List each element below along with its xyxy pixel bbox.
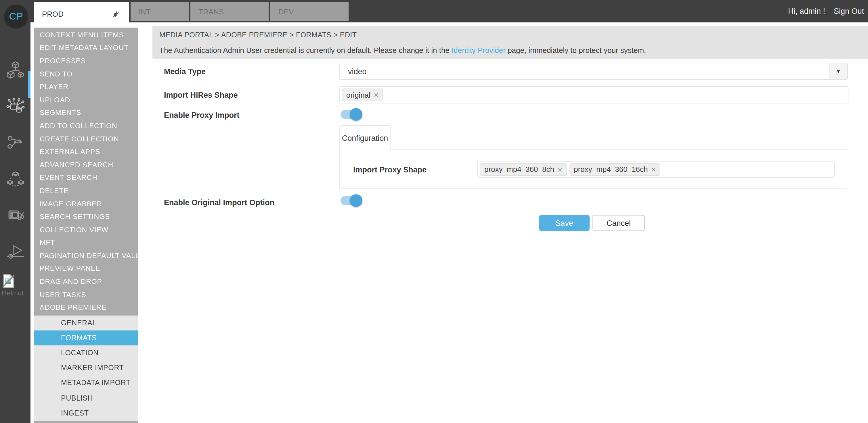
helmut-label: Helmut — [2, 289, 29, 297]
tab-dev[interactable]: DEV — [270, 2, 348, 21]
sidebar-item[interactable]: MFT — [34, 236, 138, 249]
breadcrumb: MEDIA PORTAL > ADOBE PREMIERE > FORMATS … — [159, 31, 356, 39]
import-proxy-shape-field[interactable]: proxy_mp4_360_8ch × proxy_mp4_360_16ch × — [477, 161, 835, 177]
remove-tag-icon[interactable]: × — [558, 165, 562, 174]
sidebar-item[interactable]: EDIT METADATA LAYOUT — [34, 41, 138, 54]
sidebar-item[interactable]: CREATE COLLECTION — [34, 132, 138, 145]
configuration-panel: Import Proxy Shape proxy_mp4_360_8ch × p… — [339, 150, 847, 189]
tab-int[interactable]: INT — [131, 2, 189, 21]
sidebar-item[interactable]: COLLECTION VIEW — [34, 223, 138, 236]
sidebar-item[interactable]: EXTERNAL APPS — [34, 145, 138, 158]
clip-editor-icon[interactable] — [5, 205, 25, 225]
remove-tag-icon[interactable]: × — [374, 90, 378, 99]
sign-out-link[interactable]: Sign Out — [834, 7, 864, 15]
sidebar-next-item-partial — [34, 421, 138, 423]
helmut-app-icon[interactable]: Helmut — [2, 273, 29, 297]
page-interaction-icon[interactable] — [5, 97, 25, 116]
dropdown-arrow-icon[interactable]: ▼ — [829, 63, 847, 79]
sidebar-item[interactable]: SEND TO — [34, 68, 138, 80]
tab-dev-label: DEV — [278, 7, 293, 16]
sidebar-subitem[interactable]: GENERAL — [34, 315, 138, 330]
sidebar-item[interactable]: DELETE — [34, 184, 138, 197]
config-portal-app: PROD INT TRANS DEV Hi, admin ! — [0, 0, 868, 423]
workflow-icon[interactable] — [5, 133, 25, 152]
sidebar-sub-items: GENERAL FORMATS LOCATION MARKER IMPORT M… — [34, 315, 138, 421]
collections-icon[interactable] — [5, 169, 25, 189]
sidebar-item[interactable]: ADOBE PREMIERE — [34, 301, 138, 314]
identity-provider-link[interactable]: Identity Provider — [452, 46, 506, 55]
sidebar-item[interactable]: ADD TO COLLECTION — [34, 119, 138, 132]
media-type-value: video — [340, 67, 829, 75]
sidebar-subitem[interactable]: INGEST — [34, 405, 138, 420]
player-icon[interactable] — [5, 241, 25, 261]
sidebar-item[interactable]: USER TASKS — [34, 288, 138, 301]
sidebar-item[interactable]: IMAGE GRABBER — [34, 197, 138, 210]
save-button[interactable]: Save — [539, 215, 590, 231]
tab-trans-label: TRANS — [198, 7, 224, 16]
sidebar-item[interactable]: PAGINATION DEFAULT VALUE — [34, 249, 138, 262]
import-hires-shape-label: Import HiRes Shape — [164, 91, 238, 99]
tab-trans[interactable]: TRANS — [190, 2, 269, 21]
active-rail-indicator — [28, 71, 30, 98]
tab-configuration[interactable]: Configuration — [339, 125, 391, 150]
remove-tag-icon[interactable]: × — [651, 165, 656, 174]
page-banner: MEDIA PORTAL > ADOBE PREMIERE > FORMATS … — [152, 26, 868, 59]
sidebar-subitem[interactable]: PUBLISH — [34, 391, 138, 405]
enable-original-import-option-label: Enable Original Import Option — [164, 198, 274, 207]
tag-chip: original × — [342, 89, 383, 101]
sidebar-item[interactable]: ADVANCED SEARCH — [34, 158, 138, 171]
import-hires-shape-field[interactable]: original × — [339, 86, 848, 103]
plug-icon — [111, 9, 121, 19]
icon-rail: Helmut — [0, 23, 30, 423]
sidebar: CONTEXT MENU ITEMS EDIT METADATA LAYOUT … — [34, 27, 138, 423]
app-logo-text: CP — [9, 11, 23, 23]
enable-proxy-import-label: Enable Proxy Import — [164, 111, 240, 120]
sidebar-item[interactable]: PLAYER — [34, 80, 138, 93]
enable-original-import-option-toggle[interactable] — [341, 194, 362, 207]
user-greeting: Hi, admin ! — [788, 7, 825, 15]
sidebar-item[interactable]: CONTEXT MENU ITEMS — [34, 28, 138, 41]
cubes-network-icon[interactable] — [5, 60, 25, 80]
media-type-label: Media Type — [164, 67, 206, 76]
sidebar-subitem[interactable]: FORMATS — [34, 330, 138, 346]
media-type-select[interactable]: video ▼ — [339, 63, 848, 80]
tab-prod[interactable]: PROD — [34, 2, 129, 26]
top-bar: PROD INT TRANS DEV Hi, admin ! — [0, 0, 868, 23]
tab-int-label: INT — [138, 7, 151, 16]
sidebar-item[interactable]: DRAG AND DROP — [34, 275, 138, 288]
enable-proxy-import-toggle[interactable] — [341, 108, 362, 121]
sidebar-subitem[interactable]: LOCATION — [34, 346, 138, 360]
sidebar-item[interactable]: PREVIEW PANEL — [34, 262, 138, 275]
sidebar-item[interactable]: UPLOAD — [34, 93, 138, 106]
sidebar-item[interactable]: SEARCH SETTINGS — [34, 210, 138, 223]
sidebar-item[interactable]: EVENT SEARCH — [34, 171, 138, 184]
auth-warning-notice: The Authentication Admin User credential… — [159, 46, 646, 55]
app-logo: CP — [4, 5, 28, 29]
sidebar-subitem[interactable]: METADATA IMPORT — [34, 376, 138, 391]
tag-chip: proxy_mp4_360_8ch × — [480, 163, 567, 175]
tab-prod-label: PROD — [42, 10, 64, 19]
import-proxy-shape-label: Import Proxy Shape — [353, 165, 427, 174]
sidebar-subitem[interactable]: MARKER IMPORT — [34, 360, 138, 375]
sidebar-main-items: CONTEXT MENU ITEMS EDIT METADATA LAYOUT … — [34, 27, 138, 315]
tag-chip: proxy_mp4_360_16ch × — [569, 163, 661, 175]
sidebar-item[interactable]: SEGMENTS — [34, 106, 138, 119]
sidebar-item[interactable]: PROCESSES — [34, 54, 138, 67]
cancel-button[interactable]: Cancel — [592, 215, 645, 231]
